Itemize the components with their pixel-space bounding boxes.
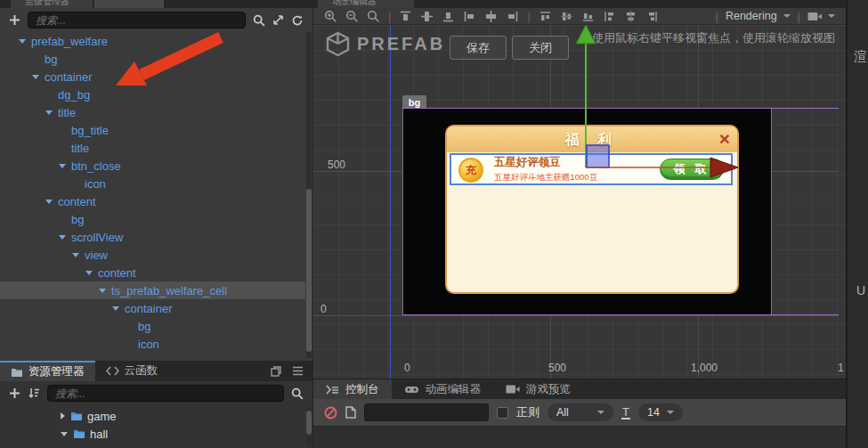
ruler-bottom-0: 0 [404, 362, 410, 374]
align-bottom-icon[interactable] [442, 10, 455, 23]
assets-search-icon[interactable] [291, 387, 304, 400]
tree-item-bg[interactable]: bg [0, 317, 305, 335]
tab-console[interactable]: 控制台 [313, 379, 392, 399]
folder-icon [11, 367, 23, 378]
folder-icon [70, 411, 83, 421]
expand-caret-icon[interactable] [85, 271, 93, 275]
tree-item-label: prefab_welfare [31, 35, 108, 48]
log-file-icon[interactable] [345, 406, 356, 419]
add-asset-icon[interactable] [9, 387, 20, 399]
distribute-vcenter-icon[interactable] [560, 10, 573, 23]
hierarchy-scrollbar[interactable] [306, 32, 312, 358]
rendering-dropdown[interactable]: Rendering [726, 10, 791, 22]
tree-item-content[interactable]: content [0, 192, 305, 210]
tree-item-content[interactable]: content [0, 264, 305, 281]
regex-checkbox[interactable] [497, 407, 508, 419]
tab-animation-editor[interactable]: 动画编辑器 [392, 379, 494, 399]
save-button[interactable]: 保存 [450, 36, 507, 60]
expand-caret-icon[interactable] [59, 235, 66, 240]
expand-caret-icon[interactable] [59, 164, 66, 168]
align-middle-icon[interactable] [420, 10, 434, 23]
sort-icon[interactable] [28, 387, 40, 399]
claim-button[interactable]: 领 取 [660, 159, 724, 180]
ruler-bottom-partial: 1 [838, 362, 844, 374]
prefab-logo-text: PREFAB [357, 34, 445, 54]
tree-item-container[interactable]: container [0, 68, 305, 86]
zoom-in-icon[interactable] [324, 10, 337, 23]
tab-game-preview[interactable]: 游戏预览 [493, 379, 583, 399]
tab-assets-manager[interactable]: 资源管理器 [0, 361, 95, 381]
editor-window: 层级管理器 prefab_welfarebgcontainerdg_bgtitl… [0, 0, 868, 448]
font-size-dropdown[interactable]: 14 [638, 403, 683, 421]
expand-caret-icon[interactable] [19, 39, 26, 44]
console-filter-input[interactable] [364, 403, 489, 421]
dialog-close-icon[interactable]: × [719, 127, 730, 151]
close-button[interactable]: 关闭 [512, 36, 569, 60]
assets-scrollbar[interactable] [306, 407, 312, 446]
locate-node-icon[interactable] [272, 14, 284, 26]
tree-item-dg_bg[interactable]: dg_bg [0, 86, 305, 103]
tree-item-label: bg_title [71, 124, 109, 137]
tree-item-container[interactable]: container [0, 299, 305, 317]
scene-canvas[interactable]: PREFAB 保存 关闭 使用鼠标右键平移视窗焦点，使用滚轮缩放视图 500 0… [313, 25, 846, 379]
tree-item-scrollView[interactable]: scrollView [0, 228, 305, 246]
tree-item-label: icon [85, 177, 106, 191]
expand-caret-icon[interactable] [45, 200, 53, 204]
camera-dropdown[interactable] [807, 12, 835, 21]
log-level-dropdown[interactable]: All [548, 403, 613, 421]
tree-item-prefab_welfare[interactable]: prefab_welfare [0, 32, 305, 50]
asset-item-label: hall [90, 428, 108, 441]
distribute-left-icon[interactable] [603, 10, 616, 23]
tree-item-view[interactable]: view [0, 246, 305, 264]
expand-caret-icon[interactable] [61, 432, 68, 436]
scene-tab[interactable]: 场景编辑器 [318, 0, 414, 8]
assets-search-input[interactable] [47, 385, 284, 402]
gridline-0 [313, 315, 839, 316]
tree-item-title[interactable]: title [0, 103, 305, 121]
asset-item-game[interactable]: game [0, 407, 305, 425]
assets-tree: gamehall [0, 407, 305, 448]
tree-item-btn_close[interactable]: btn_close [0, 157, 305, 175]
tree-item-ts_prefab_welfare_cell[interactable]: ts_prefab_welfare_cell [0, 281, 305, 299]
welfare-cell[interactable]: 充 五星好评领豆 五星好评斗地主获赠1000豆 领 取 [450, 153, 733, 185]
align-top-icon[interactable] [399, 10, 412, 23]
tree-item-bg[interactable]: bg [0, 50, 305, 68]
tree-item-icon[interactable]: icon [0, 335, 305, 353]
tree-item-label: container [125, 302, 172, 315]
expand-caret-icon[interactable] [72, 253, 79, 257]
panel-menu-icon[interactable] [292, 366, 304, 376]
ruler-bottom-500: 500 [548, 362, 566, 374]
align-center-icon[interactable] [484, 10, 498, 23]
expand-caret-icon[interactable] [112, 306, 119, 311]
tree-item-bg[interactable]: bg [0, 210, 305, 228]
expand-caret-icon[interactable] [32, 75, 39, 79]
tree-item-title[interactable]: title [0, 139, 305, 157]
search-icon[interactable] [253, 14, 265, 27]
tab-cloud-functions[interactable]: 云函数 [95, 361, 169, 381]
bg-node-tag[interactable]: bg [402, 95, 426, 109]
align-right-icon[interactable] [506, 10, 519, 23]
zoom-reset-icon[interactable] [367, 10, 380, 23]
refresh-icon[interactable] [291, 14, 304, 27]
blue-guide-line [390, 25, 391, 379]
distribute-bottom-icon[interactable] [581, 10, 595, 23]
tree-item-icon[interactable]: icon [0, 175, 305, 192]
distribute-top-icon[interactable] [539, 10, 552, 23]
expand-caret-icon[interactable] [45, 110, 53, 115]
zoom-out-icon[interactable] [345, 10, 359, 23]
clear-console-icon[interactable] [324, 406, 337, 419]
distribute-right-icon[interactable] [645, 10, 659, 23]
welfare-dialog: 福 利 × 充 五星好评领豆 五星好评斗地主获赠1000豆 领 取 [445, 125, 739, 294]
asset-item-hall[interactable]: hall [0, 425, 305, 443]
expand-caret-icon[interactable] [99, 289, 106, 293]
collapsed-caret-icon[interactable] [61, 412, 65, 419]
align-left-icon[interactable] [463, 10, 476, 23]
hierarchy-search-input[interactable] [28, 12, 246, 29]
hierarchy-tab-extra[interactable] [94, 0, 164, 8]
hierarchy-tab[interactable]: 层级管理器 [11, 0, 93, 8]
tree-item-bg_title[interactable]: bg_title [0, 121, 305, 139]
distribute-hcenter-icon[interactable] [624, 10, 637, 23]
float-panel-icon[interactable] [271, 366, 281, 377]
add-node-icon[interactable] [9, 14, 20, 26]
cell-subtitle: 五星好评斗地主获赠1000豆 [494, 172, 597, 183]
